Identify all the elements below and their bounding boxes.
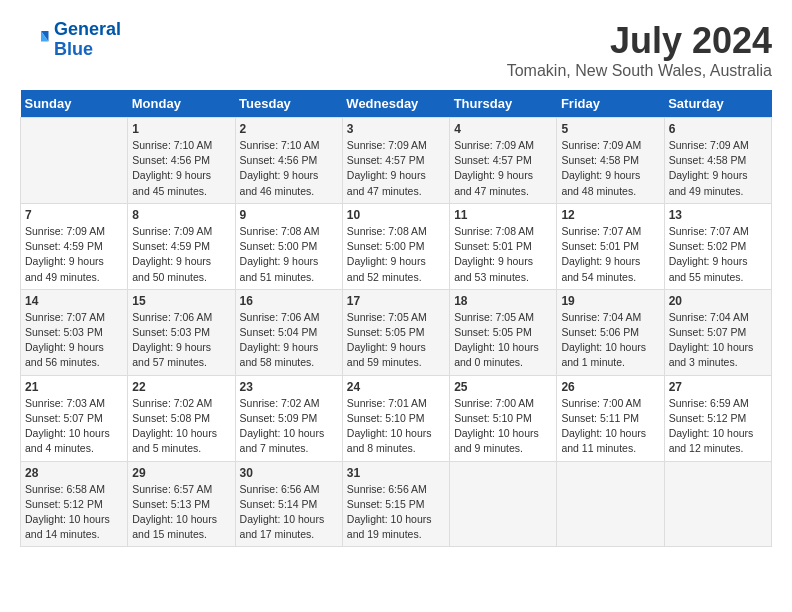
calendar-cell: 5Sunrise: 7:09 AMSunset: 4:58 PMDaylight… <box>557 118 664 204</box>
day-number: 27 <box>669 380 767 394</box>
day-info: Sunrise: 6:57 AMSunset: 5:13 PMDaylight:… <box>132 482 230 543</box>
day-info: Sunrise: 7:09 AMSunset: 4:59 PMDaylight:… <box>25 224 123 285</box>
day-info: Sunrise: 7:03 AMSunset: 5:07 PMDaylight:… <box>25 396 123 457</box>
day-info: Sunrise: 7:09 AMSunset: 4:57 PMDaylight:… <box>347 138 445 199</box>
calendar-cell: 12Sunrise: 7:07 AMSunset: 5:01 PMDayligh… <box>557 203 664 289</box>
day-number: 16 <box>240 294 338 308</box>
day-header-saturday: Saturday <box>664 90 771 118</box>
logo-icon <box>20 25 50 55</box>
day-header-thursday: Thursday <box>450 90 557 118</box>
day-number: 7 <box>25 208 123 222</box>
day-info: Sunrise: 7:00 AMSunset: 5:11 PMDaylight:… <box>561 396 659 457</box>
day-number: 8 <box>132 208 230 222</box>
day-info: Sunrise: 7:02 AMSunset: 5:08 PMDaylight:… <box>132 396 230 457</box>
day-info: Sunrise: 7:10 AMSunset: 4:56 PMDaylight:… <box>240 138 338 199</box>
day-number: 6 <box>669 122 767 136</box>
day-number: 12 <box>561 208 659 222</box>
calendar-cell: 30Sunrise: 6:56 AMSunset: 5:14 PMDayligh… <box>235 461 342 547</box>
calendar-cell: 26Sunrise: 7:00 AMSunset: 5:11 PMDayligh… <box>557 375 664 461</box>
day-info: Sunrise: 6:58 AMSunset: 5:12 PMDaylight:… <box>25 482 123 543</box>
day-number: 11 <box>454 208 552 222</box>
calendar-cell: 25Sunrise: 7:00 AMSunset: 5:10 PMDayligh… <box>450 375 557 461</box>
day-header-sunday: Sunday <box>21 90 128 118</box>
calendar-cell <box>21 118 128 204</box>
day-number: 5 <box>561 122 659 136</box>
day-number: 3 <box>347 122 445 136</box>
calendar-cell: 16Sunrise: 7:06 AMSunset: 5:04 PMDayligh… <box>235 289 342 375</box>
day-number: 15 <box>132 294 230 308</box>
day-header-tuesday: Tuesday <box>235 90 342 118</box>
day-number: 20 <box>669 294 767 308</box>
calendar-cell: 18Sunrise: 7:05 AMSunset: 5:05 PMDayligh… <box>450 289 557 375</box>
calendar-cell: 10Sunrise: 7:08 AMSunset: 5:00 PMDayligh… <box>342 203 449 289</box>
day-number: 14 <box>25 294 123 308</box>
day-header-wednesday: Wednesday <box>342 90 449 118</box>
logo-text: General Blue <box>54 20 121 60</box>
day-info: Sunrise: 7:08 AMSunset: 5:01 PMDaylight:… <box>454 224 552 285</box>
location: Tomakin, New South Wales, Australia <box>507 62 772 80</box>
day-number: 2 <box>240 122 338 136</box>
day-number: 4 <box>454 122 552 136</box>
day-info: Sunrise: 7:10 AMSunset: 4:56 PMDaylight:… <box>132 138 230 199</box>
calendar-header-row: SundayMondayTuesdayWednesdayThursdayFrid… <box>21 90 772 118</box>
calendar-cell: 24Sunrise: 7:01 AMSunset: 5:10 PMDayligh… <box>342 375 449 461</box>
day-number: 23 <box>240 380 338 394</box>
day-info: Sunrise: 7:04 AMSunset: 5:06 PMDaylight:… <box>561 310 659 371</box>
calendar-week-row: 21Sunrise: 7:03 AMSunset: 5:07 PMDayligh… <box>21 375 772 461</box>
day-info: Sunrise: 6:56 AMSunset: 5:14 PMDaylight:… <box>240 482 338 543</box>
calendar-cell: 2Sunrise: 7:10 AMSunset: 4:56 PMDaylight… <box>235 118 342 204</box>
calendar-cell: 20Sunrise: 7:04 AMSunset: 5:07 PMDayligh… <box>664 289 771 375</box>
day-info: Sunrise: 7:00 AMSunset: 5:10 PMDaylight:… <box>454 396 552 457</box>
day-number: 1 <box>132 122 230 136</box>
day-number: 9 <box>240 208 338 222</box>
page-header: General Blue July 2024 Tomakin, New Sout… <box>20 20 772 80</box>
calendar-cell: 3Sunrise: 7:09 AMSunset: 4:57 PMDaylight… <box>342 118 449 204</box>
calendar-cell: 11Sunrise: 7:08 AMSunset: 5:01 PMDayligh… <box>450 203 557 289</box>
calendar-cell: 27Sunrise: 6:59 AMSunset: 5:12 PMDayligh… <box>664 375 771 461</box>
logo: General Blue <box>20 20 121 60</box>
day-info: Sunrise: 7:06 AMSunset: 5:04 PMDaylight:… <box>240 310 338 371</box>
calendar-week-row: 1Sunrise: 7:10 AMSunset: 4:56 PMDaylight… <box>21 118 772 204</box>
calendar-cell: 1Sunrise: 7:10 AMSunset: 4:56 PMDaylight… <box>128 118 235 204</box>
day-info: Sunrise: 7:05 AMSunset: 5:05 PMDaylight:… <box>347 310 445 371</box>
day-number: 29 <box>132 466 230 480</box>
day-number: 25 <box>454 380 552 394</box>
calendar-week-row: 14Sunrise: 7:07 AMSunset: 5:03 PMDayligh… <box>21 289 772 375</box>
calendar-cell: 19Sunrise: 7:04 AMSunset: 5:06 PMDayligh… <box>557 289 664 375</box>
calendar-cell: 6Sunrise: 7:09 AMSunset: 4:58 PMDaylight… <box>664 118 771 204</box>
day-header-friday: Friday <box>557 90 664 118</box>
day-info: Sunrise: 7:07 AMSunset: 5:03 PMDaylight:… <box>25 310 123 371</box>
calendar-week-row: 28Sunrise: 6:58 AMSunset: 5:12 PMDayligh… <box>21 461 772 547</box>
day-info: Sunrise: 7:08 AMSunset: 5:00 PMDaylight:… <box>347 224 445 285</box>
day-number: 28 <box>25 466 123 480</box>
calendar-cell: 17Sunrise: 7:05 AMSunset: 5:05 PMDayligh… <box>342 289 449 375</box>
day-info: Sunrise: 7:01 AMSunset: 5:10 PMDaylight:… <box>347 396 445 457</box>
day-number: 10 <box>347 208 445 222</box>
calendar-cell: 14Sunrise: 7:07 AMSunset: 5:03 PMDayligh… <box>21 289 128 375</box>
calendar-cell: 9Sunrise: 7:08 AMSunset: 5:00 PMDaylight… <box>235 203 342 289</box>
day-number: 24 <box>347 380 445 394</box>
day-info: Sunrise: 7:09 AMSunset: 4:57 PMDaylight:… <box>454 138 552 199</box>
day-info: Sunrise: 7:04 AMSunset: 5:07 PMDaylight:… <box>669 310 767 371</box>
calendar-cell: 23Sunrise: 7:02 AMSunset: 5:09 PMDayligh… <box>235 375 342 461</box>
calendar-cell <box>450 461 557 547</box>
calendar-cell <box>664 461 771 547</box>
day-header-monday: Monday <box>128 90 235 118</box>
calendar-cell: 21Sunrise: 7:03 AMSunset: 5:07 PMDayligh… <box>21 375 128 461</box>
day-info: Sunrise: 7:09 AMSunset: 4:58 PMDaylight:… <box>669 138 767 199</box>
calendar-cell: 4Sunrise: 7:09 AMSunset: 4:57 PMDaylight… <box>450 118 557 204</box>
day-info: Sunrise: 7:07 AMSunset: 5:01 PMDaylight:… <box>561 224 659 285</box>
calendar-cell: 8Sunrise: 7:09 AMSunset: 4:59 PMDaylight… <box>128 203 235 289</box>
day-number: 31 <box>347 466 445 480</box>
day-number: 17 <box>347 294 445 308</box>
month-year: July 2024 <box>507 20 772 62</box>
calendar-cell: 15Sunrise: 7:06 AMSunset: 5:03 PMDayligh… <box>128 289 235 375</box>
calendar-week-row: 7Sunrise: 7:09 AMSunset: 4:59 PMDaylight… <box>21 203 772 289</box>
calendar-cell: 7Sunrise: 7:09 AMSunset: 4:59 PMDaylight… <box>21 203 128 289</box>
day-info: Sunrise: 7:09 AMSunset: 4:59 PMDaylight:… <box>132 224 230 285</box>
title-block: July 2024 Tomakin, New South Wales, Aust… <box>507 20 772 80</box>
day-info: Sunrise: 6:59 AMSunset: 5:12 PMDaylight:… <box>669 396 767 457</box>
day-info: Sunrise: 7:05 AMSunset: 5:05 PMDaylight:… <box>454 310 552 371</box>
calendar-cell <box>557 461 664 547</box>
day-number: 18 <box>454 294 552 308</box>
